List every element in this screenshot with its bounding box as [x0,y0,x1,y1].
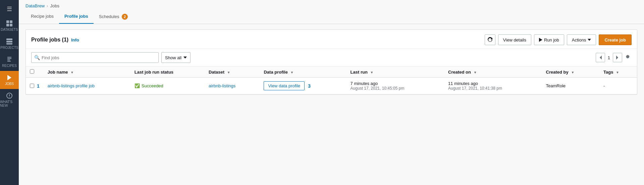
tags-cell: - [599,78,637,94]
header-created-by[interactable]: Created by ▼ [542,67,600,78]
created-by-cell: TeamRole [542,78,600,94]
header-tags[interactable]: Tags ▼ [599,67,637,78]
refresh-button[interactable] [485,34,495,45]
data-profile-cell: View data profile 3 [260,78,346,94]
svg-marker-13 [183,57,187,59]
panel-title-text: Profile jobs (1) [31,37,68,43]
run-icon [539,38,542,42]
datasets-icon [6,20,13,27]
svg-rect-5 [6,41,12,42]
filter-chevron-icon [183,57,187,59]
page-content: Profile jobs (1) Info View details [19,24,644,185]
job-name-link[interactable]: airbnb-listings profile job [48,83,95,88]
sort-last-run-icon: ▼ [370,71,374,74]
svg-marker-14 [600,56,602,60]
jobs-table: Job name ▼ Last job run status Dataset ▼… [26,67,637,94]
svg-rect-3 [10,24,12,26]
projects-icon [6,38,13,45]
run-job-button[interactable]: Run job [534,34,564,45]
sort-created-by-icon: ▼ [571,71,574,74]
header-dataset[interactable]: Dataset ▼ [205,67,260,78]
table-settings-button[interactable] [624,53,632,62]
dataset-link[interactable]: airbnb-listings [209,83,235,88]
last-run-cell: 7 minutes ago August 17, 2021, 10:45:05 … [346,78,444,94]
header-last-run[interactable]: Last run ▼ [346,67,444,78]
tab-profile-jobs[interactable]: Profile jobs [59,10,94,24]
row-checkbox-cell: 1 [26,78,44,94]
info-link[interactable]: Info [71,37,79,42]
table-header-row: Job name ▼ Last job run status Dataset ▼… [26,67,637,78]
data-profile-step-num: 3 [308,83,311,89]
table-row: 1 airbnb-listings profile job ✅ Succeede… [26,78,637,94]
hamburger-menu[interactable]: ☰ [0,3,19,17]
whats-new-icon [6,92,13,99]
tab-recipe-jobs[interactable]: Recipe jobs [25,10,59,24]
svg-marker-11 [539,38,542,42]
panel-actions: View details Run job Actions Create job [485,34,632,45]
sort-dataset-icon: ▼ [227,71,230,74]
svg-marker-7 [7,75,11,80]
chevron-left-icon [599,56,602,60]
svg-rect-6 [6,43,12,44]
sidebar-item-recipes-label: RECIPES [2,64,17,68]
settings-icon [625,54,630,60]
refresh-icon [487,37,493,42]
show-all-filter[interactable]: Show all [161,52,191,63]
search-box[interactable]: 🔍 [31,52,159,63]
main-content: DataBrew › Jobs Recipe jobs Profile jobs… [19,0,644,185]
view-details-button[interactable]: View details [498,34,531,45]
header-data-profile[interactable]: Data profile ▼ [260,67,346,78]
tab-schedules[interactable]: Schedules 2 [94,10,133,24]
breadcrumb-parent[interactable]: DataBrew [25,3,45,8]
sidebar-item-whats-new-label: WHAT'S NEW [0,100,19,107]
last-run-main: 7 minutes ago [351,81,440,86]
sidebar-item-recipes[interactable]: RECIPES [0,53,19,71]
sidebar-item-projects-label: PROJECTS [0,46,18,50]
hamburger-icon: ☰ [7,5,12,13]
created-on-cell: 11 minutes ago August 17, 2021, 10:41:38… [444,78,542,94]
breadcrumb-separator: › [47,3,48,8]
schedules-badge: 2 [122,14,128,20]
chevron-right-icon [616,56,619,60]
prev-page-button[interactable] [596,53,605,62]
pagination: 1 [596,53,632,62]
tags-value: - [603,83,605,88]
sidebar-item-projects[interactable]: PROJECTS [0,35,19,53]
tab-bar: Recipe jobs Profile jobs Schedules 2 [19,10,644,24]
select-all-checkbox[interactable] [30,69,34,74]
svg-rect-0 [6,20,9,23]
svg-point-10 [9,97,10,97]
breadcrumb-current: Jobs [50,3,59,8]
row-number: 1 [37,83,40,89]
success-icon: ✅ [135,83,140,88]
sidebar-item-jobs[interactable]: JOBS [0,71,19,89]
search-icon: 🔍 [34,55,40,60]
sidebar-item-whats-new[interactable]: WHAT'S NEW [0,89,19,111]
sidebar-item-datasets[interactable]: DATASETS [0,17,19,35]
row-checkbox[interactable] [30,84,34,88]
sort-data-profile-icon: ▼ [290,71,294,74]
panel-count: 1 [64,37,67,42]
next-page-button[interactable] [613,53,622,62]
sort-job-name-icon: ▼ [70,71,74,74]
filter-row: 🔍 Show all 1 [26,49,637,67]
header-job-name[interactable]: Job name ▼ [44,67,130,78]
created-by-value: TeamRole [546,83,566,88]
current-page: 1 [606,55,611,60]
svg-marker-15 [616,56,618,60]
svg-rect-2 [6,24,9,26]
panel-header: Profile jobs (1) Info View details [26,30,637,49]
breadcrumb: DataBrew › Jobs [19,0,644,10]
jobs-panel: Profile jobs (1) Info View details [25,29,637,95]
svg-marker-12 [588,39,591,41]
panel-title-group: Profile jobs (1) Info [31,37,79,43]
header-last-job-run-status[interactable]: Last job run status [130,67,205,78]
actions-button[interactable]: Actions [567,34,596,45]
actions-chevron-icon [588,39,591,41]
view-data-profile-button[interactable]: View data profile [264,81,305,90]
create-job-button[interactable]: Create job [599,34,632,45]
sort-created-on-icon: ▼ [474,71,477,74]
search-input[interactable] [42,55,156,60]
status-badge: ✅ Succeeded [135,83,201,88]
header-created-on[interactable]: Created on ▼ [444,67,542,78]
